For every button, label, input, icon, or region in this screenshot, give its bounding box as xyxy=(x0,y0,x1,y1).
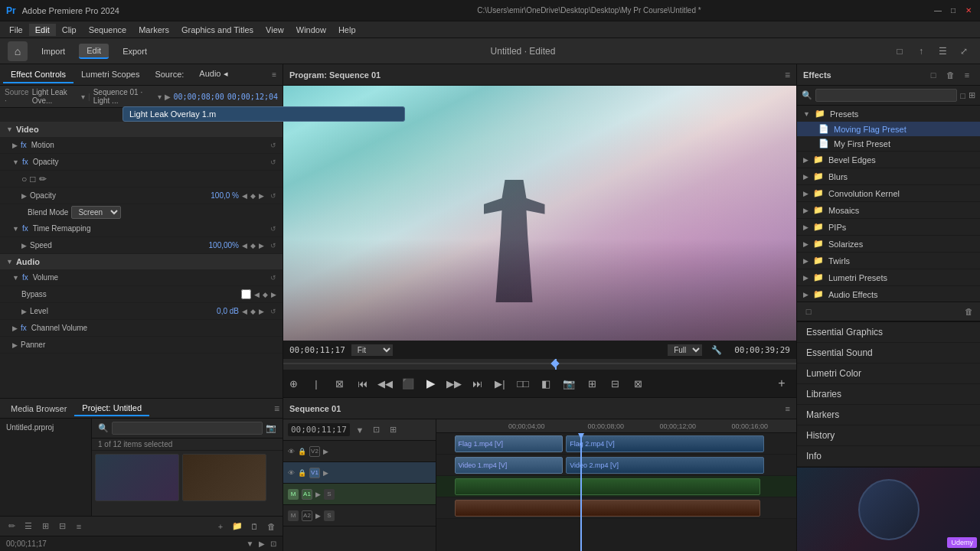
go-to-in-btn[interactable]: ⏮ xyxy=(352,373,372,393)
audio-effects-header[interactable]: ▶ 📁 Audio Effects xyxy=(797,286,980,302)
solarizes-header[interactable]: ▶ 📁 Solarizes xyxy=(797,236,980,252)
export-btn2[interactable]: ⊡ xyxy=(270,540,276,548)
bypass-keyframe-prev[interactable]: ◀ xyxy=(254,291,260,298)
clip-audio-a1[interactable] xyxy=(455,478,761,495)
tl-snap-btn[interactable]: ⊡ xyxy=(370,423,384,437)
clip-flag1-v2[interactable]: Flag 1.mp4 [V] xyxy=(455,435,563,452)
stop-btn[interactable]: ⬛ xyxy=(398,373,418,393)
a1-solo-btn[interactable]: S xyxy=(324,489,335,500)
new-folder-icon[interactable]: □ xyxy=(926,68,940,82)
sort-btn[interactable]: ≡ xyxy=(72,520,86,533)
clip-video2-v1[interactable]: Video 2.mp4 [V] xyxy=(566,457,764,474)
workspace-btn[interactable]: □ xyxy=(891,43,908,60)
export-btn[interactable]: Export xyxy=(115,44,155,58)
opacity-expand-icon[interactable]: ▶ xyxy=(21,192,27,200)
effects-new-preset-btn[interactable]: ⊞ xyxy=(969,90,975,100)
clip-audio-a2[interactable] xyxy=(455,500,761,517)
clip-flag2-v2[interactable]: Flag 2.mp4 [V] xyxy=(566,435,764,452)
speed-keyframe-prev[interactable]: ◀ xyxy=(242,242,247,249)
icon-view-btn[interactable]: ⊞ xyxy=(38,520,52,533)
expand-icon[interactable]: ▶ xyxy=(165,93,171,101)
compare-btn[interactable]: ⊞ xyxy=(582,373,602,393)
convolution-header[interactable]: ▶ 📁 Convolution Kernel xyxy=(797,185,980,201)
level-keyframe-prev[interactable]: ◀ xyxy=(242,308,247,315)
menu-sequence[interactable]: Sequence xyxy=(83,24,133,36)
minimize-btn[interactable]: — xyxy=(933,5,943,16)
new-item-btn[interactable]: 🗒 xyxy=(247,520,261,533)
time-remap-reset-btn[interactable]: ↺ xyxy=(270,225,276,233)
opacity-keyframe-add[interactable]: ◆ xyxy=(250,192,256,200)
project-search-input[interactable] xyxy=(112,422,263,435)
a1-sync-btn[interactable]: A1 xyxy=(302,489,312,500)
effects-search-input[interactable] xyxy=(815,89,957,102)
fit-select[interactable]: Fit 25% 50% 100% xyxy=(351,344,393,356)
bypass-checkbox[interactable] xyxy=(241,289,251,299)
a2-collapse-btn[interactable]: ▶ xyxy=(315,512,321,520)
filter-btn[interactable]: ▼ xyxy=(247,540,254,548)
opacity-reset-btn[interactable]: ↺ xyxy=(270,192,276,200)
delete-effect-icon[interactable]: 🗑 xyxy=(943,68,957,82)
menu-view[interactable]: View xyxy=(260,24,290,36)
zoom-in-btn[interactable]: + xyxy=(214,520,227,533)
bypass-keyframe-next[interactable]: ▶ xyxy=(271,291,276,298)
menu-graphics[interactable]: Graphics and Titles xyxy=(175,24,260,36)
tab-source[interactable]: Source: xyxy=(147,67,191,83)
monitor-menu-icon[interactable]: ≡ xyxy=(785,70,790,80)
extract-btn[interactable]: ◧ xyxy=(536,373,556,393)
import-btn[interactable]: Import xyxy=(34,44,73,58)
twirls-header[interactable]: ▶ 📁 Twirls xyxy=(797,253,980,269)
clip-video1-v1[interactable]: Video 1.mp4 [V] xyxy=(455,457,563,474)
libraries-panel[interactable]: Libraries xyxy=(797,384,980,405)
timeline-menu-icon[interactable]: ≡ xyxy=(786,404,790,413)
tl-filter-btn[interactable]: ▼ xyxy=(353,423,367,437)
settings-btn[interactable]: ⊟ xyxy=(605,373,625,393)
step-back-btn[interactable]: ◀◀ xyxy=(375,373,395,393)
maximize-btn[interactable]: □ xyxy=(948,5,959,16)
go-to-out-btn[interactable]: ⏭ xyxy=(467,373,487,393)
essential-sound-panel[interactable]: Essential Sound xyxy=(797,343,980,364)
opacity-keyframe-next[interactable]: ▶ xyxy=(259,192,264,200)
project-camera-btn[interactable]: 📷 xyxy=(266,423,276,433)
menu-markers[interactable]: Markers xyxy=(132,24,175,36)
speed-keyframe-next[interactable]: ▶ xyxy=(259,242,264,249)
pencil-icon[interactable]: ✏ xyxy=(5,520,18,533)
level-expand-icon[interactable]: ▶ xyxy=(21,308,27,315)
pips-header[interactable]: ▶ 📁 PIPs xyxy=(797,219,980,235)
level-reset-btn[interactable]: ↺ xyxy=(270,308,276,315)
share-btn[interactable]: ↑ xyxy=(913,43,929,60)
opacity-group-reset-btn[interactable]: ↺ xyxy=(270,158,276,166)
level-keyframe-add[interactable]: ◆ xyxy=(250,308,256,315)
volume-reset-btn[interactable]: ↺ xyxy=(270,274,276,282)
insert-btn[interactable]: ▶| xyxy=(490,373,510,393)
fullscreen-btn[interactable]: ⤢ xyxy=(956,43,972,60)
info-panel[interactable]: Info xyxy=(797,446,980,467)
markers-panel[interactable]: Markers xyxy=(797,405,980,425)
menu-clip[interactable]: Clip xyxy=(56,24,83,36)
time-remap-chevron[interactable]: ▼ xyxy=(12,225,19,233)
channel-volume-chevron[interactable]: ▶ xyxy=(12,324,18,332)
a2-solo-btn[interactable]: S xyxy=(324,510,335,521)
speed-expand-icon[interactable]: ▶ xyxy=(21,242,27,249)
sequence-dropdown-icon[interactable]: ▾ xyxy=(158,93,162,101)
effects-save-preset-btn[interactable]: □ xyxy=(960,91,965,100)
preset-moving-flag[interactable]: 📄 Moving Flag Preset xyxy=(797,122,980,136)
quality-select[interactable]: Full 1/2 1/4 xyxy=(668,344,702,356)
tl-timecode[interactable]: 00;00;11;17 xyxy=(288,423,350,436)
v2-sync-btn[interactable]: V2 xyxy=(309,446,320,457)
tl-export-btn[interactable]: ⊞ xyxy=(387,423,400,437)
v1-eye-btn[interactable]: 👁 xyxy=(288,469,295,477)
v2-lock-btn[interactable]: 🔒 xyxy=(298,448,306,455)
new-folder-btn[interactable]: 📁 xyxy=(230,520,244,533)
tab-project[interactable]: Project: Untitled xyxy=(74,401,149,416)
delete-btn2[interactable]: 🗑 xyxy=(962,305,975,318)
v2-eye-btn[interactable]: 👁 xyxy=(288,448,295,455)
opacity-keyframe-prev[interactable]: ◀ xyxy=(242,192,247,200)
export-frame-btn[interactable]: 📷 xyxy=(559,373,579,393)
audio-chevron[interactable]: ▼ xyxy=(6,258,13,266)
blurs-header[interactable]: ▶ 📁 Blurs xyxy=(797,168,980,184)
panner-chevron[interactable]: ▶ xyxy=(12,341,18,349)
delete-btn[interactable]: 🗑 xyxy=(264,520,278,533)
opacity-circle-icon[interactable]: ○ xyxy=(21,174,27,184)
a1-mute-btn[interactable]: M xyxy=(288,489,299,500)
add-btn[interactable]: + xyxy=(773,375,790,392)
